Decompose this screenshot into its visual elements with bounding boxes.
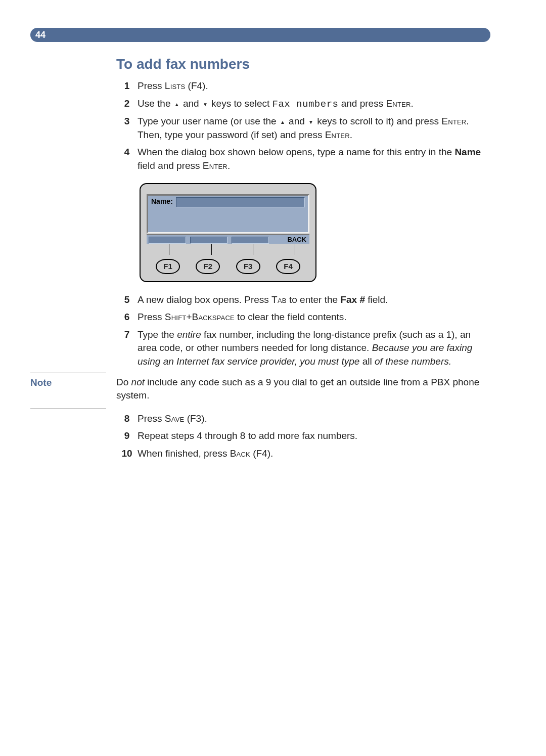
key-label: Enter (441, 116, 466, 126)
tick-line (211, 244, 212, 255)
step-number: 2 (116, 97, 138, 111)
step-number: 7 (116, 328, 138, 342)
fkey-button: F1 (156, 259, 180, 274)
step-number: 1 (116, 79, 138, 93)
dialog-softkey-bar: BACK (147, 234, 309, 244)
step-1: 1 Press Lists (F4). (116, 79, 490, 93)
key-label: Enter (325, 129, 350, 140)
step-8: 8 Press Save (F3). (116, 412, 490, 426)
step-body: Press Save (F3). (138, 412, 490, 426)
key-label: Shift (165, 312, 187, 322)
key-label: Enter (386, 98, 411, 109)
step-body: When the dialog box shown below opens, t… (138, 146, 490, 172)
dialog-frame: Name: BACK F1 F2 F (140, 183, 316, 282)
down-arrow-icon: ▼ (202, 102, 209, 107)
note-block: Note Do not include any code such as a 9… (30, 373, 490, 409)
key-label: Tab (271, 294, 287, 305)
section-title: To add fax numbers (116, 56, 490, 72)
step-body: Use the ▲ and ▼ keys to select Fax numbe… (138, 97, 490, 111)
step-number: 10 (116, 447, 138, 461)
dialog-fkey-row: F1 F2 F3 F4 (147, 259, 309, 277)
step-number: 3 (116, 115, 138, 128)
key-label: Backspace (192, 312, 235, 322)
step-number: 8 (116, 412, 138, 426)
tick-line (169, 244, 169, 255)
up-arrow-icon: ▲ (173, 102, 180, 107)
step-body: Press Shift+Backspace to clear the field… (138, 310, 490, 324)
step-3: 3 Type your user name (or use the ▲ and … (116, 115, 490, 142)
content-column: To add fax numbers 1 Press Lists (F4). 2… (116, 56, 490, 460)
field-name: Fax # (340, 294, 365, 305)
step-body: Type your user name (or use the ▲ and ▼ … (138, 115, 490, 142)
softkey-slot (149, 237, 186, 244)
tick-line (295, 244, 295, 255)
up-arrow-icon: ▲ (279, 119, 286, 125)
key-label: Save (165, 413, 185, 424)
note-body: Do not include any code such as a 9 you … (116, 373, 490, 403)
step-6: 6 Press Shift+Backspace to clear the fie… (116, 310, 490, 324)
softkey-slot (190, 237, 228, 244)
step-list-continued: 5 A new dialog box opens. Press Tab to e… (116, 293, 490, 369)
tick-line (253, 244, 253, 255)
step-10: 10 When finished, press Back (F4). (116, 447, 490, 461)
page: 44 To add fax numbers 1 Press Lists (F4)… (0, 0, 546, 495)
softkey-slot (232, 237, 269, 244)
key-label: Lists (165, 80, 185, 91)
step-5: 5 A new dialog box opens. Press Tab to e… (116, 293, 490, 307)
page-number-bar: 44 (30, 28, 490, 42)
key-label: Enter (203, 160, 228, 171)
field-name: Name (454, 147, 481, 157)
fkey-button: F2 (196, 259, 220, 274)
step-list: 1 Press Lists (F4). 2 Use the ▲ and ▼ ke… (116, 79, 490, 173)
dialog-name-input (176, 197, 305, 207)
dialog-name-label: Name: (151, 197, 173, 205)
step-number: 6 (116, 310, 138, 324)
step-4: 4 When the dialog box shown below opens,… (116, 146, 490, 172)
dialog-screen: Name: (147, 194, 309, 234)
step-body: A new dialog box opens. Press Tab to ent… (138, 293, 490, 307)
step-7: 7 Type the entire fax number, including … (116, 328, 490, 369)
down-arrow-icon: ▼ (307, 119, 314, 125)
step-body: Press Lists (F4). (138, 79, 490, 93)
fkey-button: F4 (276, 259, 300, 274)
dialog-ticks (147, 244, 309, 259)
step-number: 9 (116, 429, 138, 443)
mono-text: Fax numbers (272, 99, 339, 110)
step-list-final: 8 Press Save (F3). 9 Repeat steps 4 thro… (116, 412, 490, 461)
step-number: 5 (116, 293, 138, 307)
step-body: When finished, press Back (F4). (138, 447, 490, 461)
page-number: 44 (35, 30, 46, 40)
key-label: Back (230, 448, 250, 459)
dialog-illustration: Name: BACK F1 F2 F (140, 183, 490, 282)
step-9: 9 Repeat steps 4 through 8 to add more f… (116, 429, 490, 443)
fkey-button: F3 (236, 259, 260, 274)
step-body: Type the entire fax number, including th… (138, 328, 490, 369)
dialog-back-label: BACK (287, 236, 306, 243)
note-label: Note (30, 373, 106, 409)
step-2: 2 Use the ▲ and ▼ keys to select Fax num… (116, 97, 490, 111)
step-body: Repeat steps 4 through 8 to add more fax… (138, 429, 490, 443)
step-number: 4 (116, 146, 138, 159)
